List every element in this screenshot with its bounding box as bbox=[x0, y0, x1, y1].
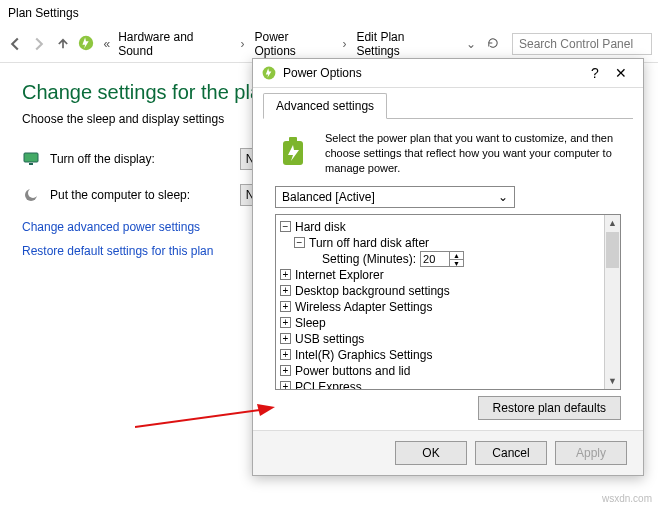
dialog-titlebar: Power Options ? ✕ bbox=[253, 59, 643, 88]
restore-plan-defaults-button[interactable]: Restore plan defaults bbox=[478, 396, 621, 420]
svg-marker-9 bbox=[257, 404, 275, 416]
chevron-right-icon: › bbox=[342, 37, 346, 51]
cancel-button[interactable]: Cancel bbox=[475, 441, 547, 465]
watermark: wsxdn.com bbox=[602, 493, 652, 504]
tree-usb-settings[interactable]: +USB settings bbox=[280, 331, 600, 347]
scroll-thumb[interactable] bbox=[606, 232, 619, 268]
help-button[interactable]: ? bbox=[583, 65, 607, 81]
tree-sleep[interactable]: +Sleep bbox=[280, 315, 600, 331]
tab-advanced-settings[interactable]: Advanced settings bbox=[263, 93, 387, 119]
dialog-title: Power Options bbox=[283, 66, 583, 80]
back-icon[interactable] bbox=[6, 35, 24, 53]
tree-internet-explorer[interactable]: +Internet Explorer bbox=[280, 267, 600, 283]
expand-icon[interactable]: + bbox=[280, 317, 291, 328]
chevron-right-icon: › bbox=[240, 37, 244, 51]
svg-rect-2 bbox=[29, 163, 33, 165]
window-title: Plan Settings bbox=[0, 0, 658, 26]
settings-tree: −Hard disk −Turn off hard disk after Set… bbox=[275, 214, 621, 390]
power-plan-icon bbox=[77, 34, 95, 55]
expand-icon[interactable]: + bbox=[280, 285, 291, 296]
collapse-icon[interactable]: − bbox=[280, 221, 291, 232]
dialog-info-text: Select the power plan that you want to c… bbox=[325, 131, 621, 176]
tree-turn-off-hdd[interactable]: −Turn off hard disk after bbox=[280, 235, 600, 251]
power-options-dialog: Power Options ? ✕ Advanced settings Sele… bbox=[252, 58, 644, 476]
tree-desktop-background[interactable]: +Desktop background settings bbox=[280, 283, 600, 299]
tree-setting-minutes: Setting (Minutes): ▲▼ bbox=[280, 251, 600, 267]
scroll-down-icon[interactable]: ▼ bbox=[605, 373, 620, 389]
power-icon bbox=[261, 65, 277, 81]
search-input[interactable] bbox=[512, 33, 652, 55]
apply-button[interactable]: Apply bbox=[555, 441, 627, 465]
breadcrumb-power[interactable]: Power Options bbox=[254, 30, 332, 58]
breadcrumb-edit-plan[interactable]: Edit Plan Settings bbox=[356, 30, 450, 58]
monitor-icon bbox=[22, 150, 40, 168]
annotation-arrow-icon bbox=[135, 402, 275, 432]
restore-row: Restore plan defaults bbox=[275, 396, 621, 420]
sleep-label: Put the computer to sleep: bbox=[50, 188, 230, 202]
dialog-footer: OK Cancel Apply bbox=[253, 430, 643, 475]
dialog-body: Advanced settings Select the power plan … bbox=[253, 88, 643, 430]
dialog-info: Select the power plan that you want to c… bbox=[275, 131, 621, 176]
setting-minutes-input[interactable] bbox=[420, 251, 450, 267]
svg-line-8 bbox=[135, 410, 260, 427]
setting-minutes-label: Setting (Minutes): bbox=[322, 252, 416, 266]
svg-rect-7 bbox=[289, 137, 297, 142]
svg-rect-1 bbox=[24, 153, 38, 162]
collapse-icon[interactable]: − bbox=[294, 237, 305, 248]
power-plan-dropdown[interactable]: Balanced [Active] ⌄ bbox=[275, 186, 515, 208]
battery-icon bbox=[275, 131, 315, 171]
breadcrumb-hardware[interactable]: Hardware and Sound bbox=[118, 30, 230, 58]
close-button[interactable]: ✕ bbox=[607, 65, 635, 81]
tree-pci-express[interactable]: +PCI Express bbox=[280, 379, 600, 389]
tab-strip: Advanced settings bbox=[263, 92, 633, 119]
chevron-down-icon: ⌄ bbox=[498, 190, 508, 204]
refresh-icon[interactable] bbox=[486, 36, 506, 53]
breadcrumb-dropdown-icon[interactable]: ⌄ bbox=[466, 37, 476, 51]
moon-icon bbox=[22, 186, 40, 204]
expand-icon[interactable]: + bbox=[280, 301, 291, 312]
forward-icon[interactable] bbox=[30, 35, 48, 53]
expand-icon[interactable]: + bbox=[280, 381, 291, 389]
tree-hard-disk[interactable]: −Hard disk bbox=[280, 219, 600, 235]
tree-power-buttons[interactable]: +Power buttons and lid bbox=[280, 363, 600, 379]
ok-button[interactable]: OK bbox=[395, 441, 467, 465]
expand-icon[interactable]: + bbox=[280, 365, 291, 376]
expand-icon[interactable]: + bbox=[280, 333, 291, 344]
tree-intel-graphics[interactable]: +Intel(R) Graphics Settings bbox=[280, 347, 600, 363]
up-icon[interactable] bbox=[54, 35, 72, 53]
tree-wireless-adapter[interactable]: +Wireless Adapter Settings bbox=[280, 299, 600, 315]
spinner-up-icon[interactable]: ▲ bbox=[450, 252, 463, 260]
expand-icon[interactable]: + bbox=[280, 349, 291, 360]
power-plan-value: Balanced [Active] bbox=[282, 190, 375, 204]
tree-scrollbar[interactable]: ▲ ▼ bbox=[604, 215, 620, 389]
setting-minutes-spinner[interactable]: ▲▼ bbox=[420, 251, 464, 267]
breadcrumb-chevron-left: « bbox=[103, 37, 110, 51]
svg-point-4 bbox=[28, 188, 38, 198]
display-off-label: Turn off the display: bbox=[50, 152, 230, 166]
expand-icon[interactable]: + bbox=[280, 269, 291, 280]
scroll-up-icon[interactable]: ▲ bbox=[605, 215, 620, 231]
spinner-down-icon[interactable]: ▼ bbox=[450, 260, 463, 267]
